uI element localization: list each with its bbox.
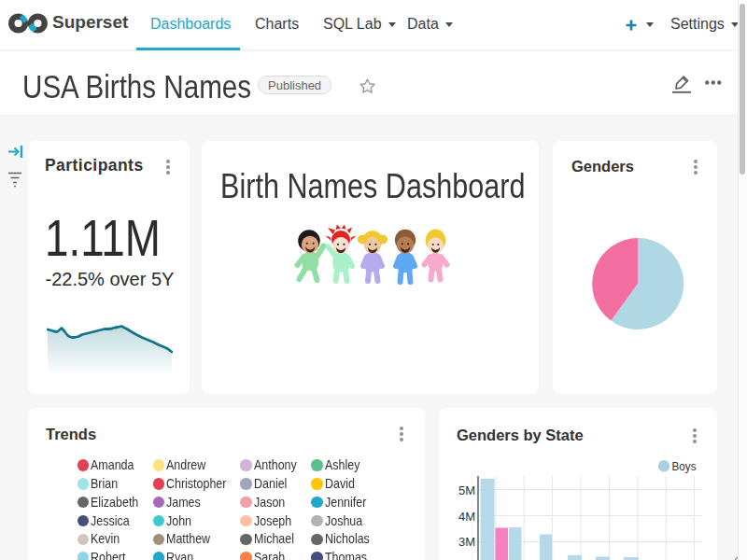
svg-text:3M: 3M [458, 535, 475, 549]
svg-text:Boys: Boys [672, 459, 697, 473]
svg-text:4M: 4M [458, 510, 475, 524]
svg-text:5M: 5M [458, 483, 475, 497]
